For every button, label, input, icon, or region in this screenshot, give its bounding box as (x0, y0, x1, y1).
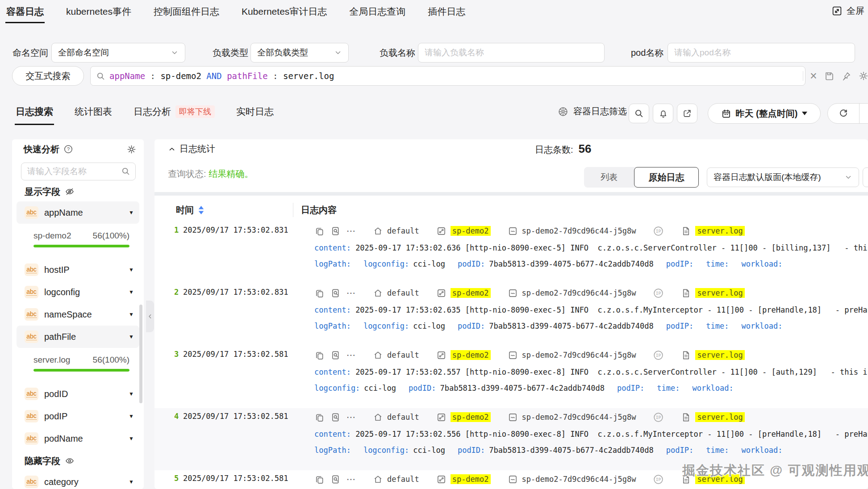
log-content-line: content: 2025-09-17 17:53:02.636 [http-n… (314, 243, 868, 252)
pod-chip[interactable]: sp-demo2-7d9cd96c44-j5g8w (508, 474, 636, 485)
sidebar-field[interactable]: abc appName ▼ (17, 201, 139, 224)
log-row[interactable]: 3 2025/09/17 17:53:02.581 ⋯ default sp-d… (154, 346, 868, 408)
query-input[interactable]: appName : sp-demo2 AND pathFile : server… (90, 66, 805, 86)
eye-icon[interactable] (64, 456, 75, 466)
view-context-icon[interactable] (330, 350, 341, 360)
pod-chip[interactable]: sp-demo2-7d9cd96c44-j5g8w (508, 350, 636, 360)
sidebar-field[interactable]: abc podID ▼ (17, 383, 139, 405)
meta-pair-podID: podID:7bab5813-d399-4075-b677-4c2addb740… (409, 384, 605, 393)
nav-tab[interactable]: 全局日志查询 (348, 0, 406, 23)
query-token-field: pathFile (227, 71, 268, 81)
field-value-block[interactable]: server.log 56(100%) (12, 348, 144, 376)
log-row[interactable]: 4 2025/09/17 17:53:02.581 ⋯ default sp-d… (154, 408, 868, 470)
view-mode-list[interactable]: 列表 (584, 171, 634, 183)
pod-chip[interactable]: sp-demo2-7d9cd96c44-j5g8w (508, 412, 636, 422)
time-range-picker[interactable]: 昨天 (整点时间) (708, 103, 821, 124)
gear-icon[interactable] (126, 144, 137, 155)
ip-icon[interactable] (653, 226, 664, 237)
sidebar-field[interactable]: abc podIP ▼ (17, 405, 139, 427)
log-row[interactable]: 1 2025/09/17 17:53:02.831 ⋯ default sp-d… (154, 222, 868, 284)
file-chip[interactable]: server.log (681, 350, 744, 360)
view-context-icon[interactable] (330, 288, 341, 298)
nav-tab[interactable]: 控制面组件日志 (153, 0, 220, 23)
view-context-icon[interactable] (330, 226, 341, 236)
clipped-control[interactable] (863, 167, 868, 187)
refresh-button[interactable] (827, 103, 868, 124)
file-icon (681, 350, 691, 360)
open-external-button[interactable] (677, 104, 697, 123)
layout-select[interactable]: 容器日志默认版面(本地缓存) (707, 167, 859, 187)
nav-tab[interactable]: 插件日志 (427, 0, 466, 23)
alerts-button[interactable] (653, 104, 673, 123)
file-chip[interactable]: server.log (681, 226, 744, 236)
namespace-chip[interactable]: default (373, 412, 419, 422)
namespace-chip[interactable]: default (373, 226, 419, 236)
app-chip[interactable]: sp-demo2 (436, 226, 491, 236)
field-value-count: 56(100%) (93, 355, 129, 365)
view-mode-raw[interactable]: 原始日志 (634, 167, 699, 188)
view-tab[interactable]: 日志搜索 (15, 103, 54, 125)
sidebar-field[interactable]: abc pathFile ▼ (17, 326, 139, 348)
ip-icon[interactable] (653, 288, 664, 299)
sort-icon[interactable] (198, 205, 204, 215)
view-tab[interactable]: 统计图表 (74, 103, 113, 125)
ip-icon[interactable] (653, 412, 664, 423)
more-actions-icon[interactable]: ⋯ (346, 291, 356, 295)
copy-icon[interactable] (314, 474, 325, 485)
more-actions-icon[interactable]: ⋯ (346, 353, 356, 357)
log-row[interactable]: 2 2025/09/17 17:53:02.831 ⋯ default sp-d… (154, 284, 868, 346)
search-logs-button[interactable] (629, 104, 649, 123)
interactive-search-button[interactable]: 交互式搜索 (12, 66, 84, 86)
save-query-icon[interactable] (824, 71, 835, 81)
eye-off-icon[interactable] (64, 186, 75, 197)
pod-chip[interactable]: sp-demo2-7d9cd96c44-j5g8w (508, 226, 636, 236)
namespace-select[interactable]: 全部命名空间 (51, 43, 185, 63)
view-context-icon[interactable] (330, 412, 341, 422)
field-value-block[interactable]: sp-demo2 56(100%) (12, 224, 144, 251)
sidebar-field[interactable]: abc logconfig ▼ (17, 281, 139, 303)
sidebar-collapse-handle[interactable] (146, 301, 154, 332)
sidebar-field[interactable]: abc category ▼ (17, 471, 139, 489)
copy-icon[interactable] (314, 288, 325, 298)
copy-icon[interactable] (314, 412, 325, 422)
file-chip[interactable]: server.log (681, 288, 744, 298)
file-chip[interactable]: server.log (681, 412, 744, 422)
view-context-icon[interactable] (330, 474, 341, 485)
log-stats-toggle[interactable]: 日志统计 (168, 143, 215, 155)
nav-tab[interactable]: 容器日志 (5, 0, 45, 23)
namespace-chip[interactable]: default (373, 288, 419, 298)
nav-tab[interactable]: Kubernetes审计日志 (241, 0, 328, 23)
app-chip[interactable]: sp-demo2 (436, 412, 491, 422)
copy-icon[interactable] (314, 350, 325, 360)
workload-type-select[interactable]: 全部负载类型 (250, 43, 349, 63)
namespace-chip[interactable]: default (373, 474, 419, 485)
view-tab[interactable]: 实时日志 (235, 103, 275, 125)
pod-chip[interactable]: sp-demo2-7d9cd96c44-j5g8w (508, 288, 636, 298)
pod-name-input[interactable] (668, 43, 855, 63)
ip-icon[interactable] (653, 474, 664, 485)
app-chip[interactable]: sp-demo2 (436, 350, 491, 360)
ip-icon[interactable] (653, 350, 664, 361)
help-icon[interactable] (63, 144, 73, 154)
sidebar-field[interactable]: abc podName ▼ (17, 427, 139, 450)
query-settings-icon[interactable] (858, 71, 868, 81)
workload-name-input[interactable] (418, 43, 605, 63)
app-chip[interactable]: sp-demo2 (436, 288, 491, 298)
sidebar-scrollbar[interactable] (139, 305, 142, 403)
nav-tab[interactable]: kubernetes事件 (65, 0, 132, 23)
copy-icon[interactable] (314, 226, 325, 236)
more-actions-icon[interactable]: ⋯ (346, 415, 356, 419)
view-tab[interactable]: 日志分析即将下线 (133, 103, 216, 125)
more-actions-icon[interactable]: ⋯ (346, 229, 356, 233)
more-actions-icon[interactable]: ⋯ (346, 477, 356, 481)
clear-query-icon[interactable]: × (810, 70, 817, 82)
container-log-filter[interactable]: 容器日志筛选 (557, 105, 627, 117)
app-chip[interactable]: sp-demo2 (436, 474, 491, 485)
fullscreen-control[interactable]: 全屏 (831, 5, 864, 17)
sidebar-field[interactable]: abc hostIP ▼ (17, 259, 139, 281)
field-search-input[interactable] (21, 163, 136, 180)
pin-query-icon[interactable] (841, 71, 851, 81)
namespace-chip[interactable]: default (373, 350, 419, 360)
sidebar-field[interactable]: abc nameSpace ▼ (17, 303, 139, 326)
time-range-label: 昨天 (整点时间) (736, 108, 798, 120)
